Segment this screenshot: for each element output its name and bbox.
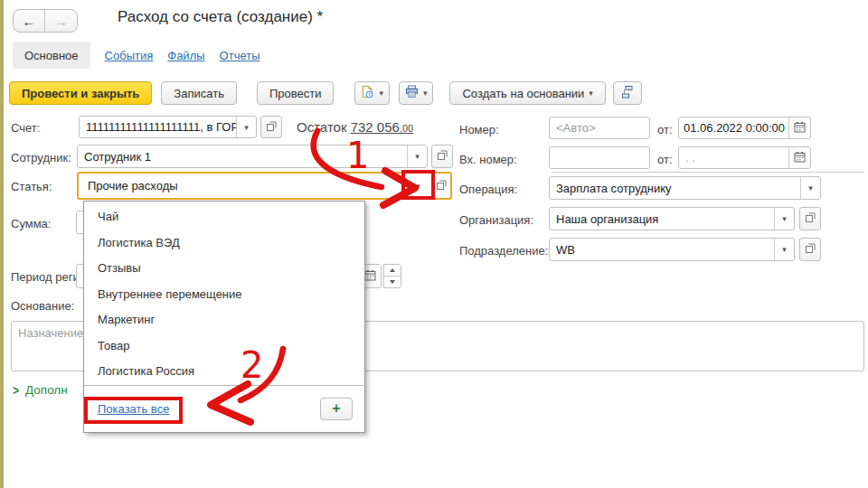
dropdown-item[interactable]: Чай <box>84 204 364 230</box>
article-field[interactable]: Прочие расходы ▾ <box>77 172 452 200</box>
open-in-new-icon <box>805 211 816 227</box>
employee-open-button[interactable] <box>431 145 453 168</box>
date-value: 01.06.2022 0:00:00 <box>679 117 788 138</box>
article-label: Статья: <box>11 180 52 193</box>
dropdown-item[interactable]: Логистика Россия <box>84 359 364 385</box>
incoming-date-value: . . <box>679 147 788 168</box>
back-arrow-icon: ← <box>23 14 36 29</box>
document-clock-icon <box>361 85 374 101</box>
balance-link[interactable]: 732 056,00 <box>351 119 414 135</box>
incoming-date-field[interactable]: . . <box>678 146 811 169</box>
chevron-down-icon: ▾ <box>423 89 428 98</box>
operation-label: Операция: <box>459 183 517 196</box>
chevron-down-icon: ▾ <box>782 245 787 254</box>
more-section-label: Дополн <box>25 383 68 397</box>
chevron-down-icon: ▾ <box>589 89 593 98</box>
article-dropdown-button[interactable]: ▾ <box>404 174 431 198</box>
spinner-up-button[interactable] <box>384 265 401 277</box>
incoming-number-field[interactable] <box>549 146 650 169</box>
expand-chevron-icon: > <box>13 382 19 399</box>
add-item-button[interactable]: + <box>320 398 353 420</box>
article-dropdown-panel: Чай Логистика ВЭД Отзывы Внутреннее пере… <box>83 201 365 433</box>
dropdown-item-list: Чай Логистика ВЭД Отзывы Внутреннее пере… <box>84 202 364 385</box>
chevron-down-icon: ▾ <box>379 89 383 98</box>
document-window: ← → Расход со счета (создание) * Основно… <box>0 0 868 488</box>
number-label: Номер: <box>459 123 499 136</box>
chevron-down-icon: ▾ <box>415 152 420 161</box>
related-documents-button[interactable] <box>613 81 642 105</box>
period-label: Период реги <box>11 270 80 284</box>
more-section-link[interactable]: > Дополн <box>13 383 68 397</box>
create-based-on-button[interactable]: Создать на основании ▾ <box>449 81 605 105</box>
balance: Остаток 732 056,00 <box>297 119 413 135</box>
tab-files[interactable]: Файлы <box>167 49 204 62</box>
triangle-down-icon <box>390 280 395 284</box>
date-calendar-button[interactable] <box>788 117 810 138</box>
chevron-down-icon: ▾ <box>416 182 420 191</box>
show-all-link[interactable]: Показать все <box>98 402 169 416</box>
account-open-button[interactable] <box>260 116 282 138</box>
employee-dropdown-button[interactable]: ▾ <box>407 145 427 167</box>
posting-time-button[interactable]: ▾ <box>354 81 390 105</box>
triangle-up-icon <box>390 268 395 272</box>
organization-label: Организация: <box>459 213 533 227</box>
incoming-date-calendar-button[interactable] <box>788 147 810 168</box>
plus-icon: + <box>332 400 340 417</box>
calendar-icon <box>364 268 376 285</box>
chevron-down-icon: ▾ <box>244 123 249 132</box>
operation-dropdown-button[interactable]: ▾ <box>800 177 820 199</box>
department-field[interactable]: WB ▾ <box>549 238 795 261</box>
employee-value: Сотрудник 1 <box>78 145 407 167</box>
write-button[interactable]: Записать <box>161 81 237 105</box>
dropdown-footer: Показать все + <box>84 386 364 433</box>
dropdown-item[interactable]: Отзывы <box>84 256 364 282</box>
period-spinner <box>383 264 401 288</box>
balance-label: Остаток <box>297 119 347 135</box>
department-dropdown-button[interactable]: ▾ <box>774 239 794 260</box>
history-nav: ← → <box>13 9 78 33</box>
open-in-new-icon <box>437 148 448 164</box>
number-placeholder: <Авто> <box>550 117 649 138</box>
forward-button[interactable]: → <box>45 10 77 32</box>
tab-main[interactable]: Основное <box>13 42 90 69</box>
department-label: Подразделение: <box>459 244 548 258</box>
organization-field[interactable]: Наша организация ▾ <box>549 207 795 230</box>
dropdown-item[interactable]: Товар <box>84 333 364 360</box>
post-button[interactable]: Провести <box>257 81 335 105</box>
dropdown-item[interactable]: Внутреннее перемещение <box>84 282 364 308</box>
tab-events[interactable]: События <box>105 49 154 62</box>
department-open-button[interactable] <box>799 238 821 261</box>
number-field[interactable]: <Авто> <box>549 117 650 139</box>
chevron-down-icon: ▾ <box>782 214 787 223</box>
tab-bar: Основное События Файлы Отчеты <box>13 42 260 69</box>
article-open-button[interactable] <box>431 174 450 198</box>
employee-label: Сотрудник: <box>11 151 71 164</box>
calendar-icon <box>794 150 806 166</box>
create-based-on-label: Создать на основании <box>462 87 584 100</box>
employee-field[interactable]: Сотрудник 1 ▾ <box>77 145 428 168</box>
organization-open-button[interactable] <box>799 207 821 230</box>
print-button[interactable]: ▾ <box>399 81 434 105</box>
basis-label: Основание: <box>11 299 74 313</box>
dropdown-item[interactable]: Логистика ВЭД <box>84 230 364 257</box>
open-in-new-icon <box>436 178 448 194</box>
back-button[interactable]: ← <box>14 10 45 32</box>
operation-field[interactable]: Зарплата сотруднику ▾ <box>549 176 821 200</box>
amount-label: Сумма: <box>11 217 51 230</box>
spinner-down-button[interactable] <box>384 277 401 287</box>
open-in-new-icon <box>266 119 278 136</box>
operation-value: Зарплата сотруднику <box>550 177 800 199</box>
page-title: Расход со счета (создание) * <box>118 8 323 26</box>
account-dropdown-button[interactable]: ▾ <box>236 117 256 137</box>
calendar-icon <box>794 120 806 136</box>
tab-reports[interactable]: Отчеты <box>220 49 260 62</box>
post-and-close-button[interactable]: Провести и закрыть <box>9 81 152 105</box>
dropdown-item[interactable]: Маркетинг <box>84 307 364 333</box>
organization-dropdown-button[interactable]: ▾ <box>774 208 794 230</box>
incoming-number-value <box>550 147 649 168</box>
date-field[interactable]: 01.06.2022 0:00:00 <box>678 117 811 139</box>
toolbar: Провести и закрыть Записать Провести ▾ ▾… <box>9 81 642 105</box>
account-label: Счет: <box>11 121 40 135</box>
structure-icon <box>620 85 635 102</box>
account-field[interactable]: 11111111111111111111, в ГОРНС ▾ <box>79 116 257 138</box>
